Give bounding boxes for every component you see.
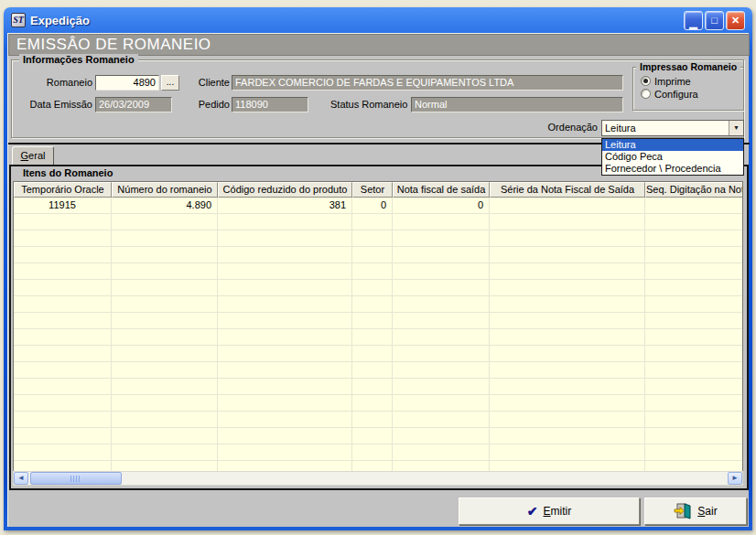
- table-row-empty[interactable]: [14, 362, 742, 379]
- table-cell: [218, 230, 352, 247]
- table-cell: [393, 263, 490, 280]
- table-cell: [352, 280, 393, 296]
- desktop: { "window": { "title": "Expedição", "ico…: [0, 0, 756, 535]
- maximize-icon: □: [711, 16, 718, 25]
- table-cell: [393, 230, 490, 247]
- radio-icon[interactable]: [641, 76, 651, 86]
- itens-grid[interactable]: Temporário OracleNúmero do romaneioCódig…: [13, 181, 743, 472]
- emitir-button[interactable]: ✔ Emitir: [459, 498, 640, 525]
- dropdown-item[interactable]: Código Peca: [602, 151, 743, 163]
- column-header[interactable]: Seq. Digitação na Nota F: [645, 182, 743, 198]
- table-row-empty[interactable]: [14, 296, 742, 313]
- table-cell: [112, 214, 218, 230]
- table-cell: [490, 263, 645, 280]
- ordenacao-combobox[interactable]: Leitura ▼: [601, 120, 744, 136]
- table-row-empty[interactable]: [14, 280, 742, 296]
- table-row-empty[interactable]: [14, 230, 742, 247]
- table-cell: [490, 412, 645, 428]
- table-cell: [112, 346, 218, 362]
- table-cell: [490, 428, 645, 444]
- table-cell: [218, 346, 352, 362]
- tab-geral[interactable]: Geral: [12, 146, 54, 165]
- romaneio-label: Romaneio: [27, 77, 92, 89]
- table-row-empty[interactable]: [14, 412, 742, 428]
- table-cell: [393, 362, 490, 379]
- dropdown-item[interactable]: Leitura: [602, 139, 743, 151]
- table-cell: [352, 329, 393, 346]
- scroll-right-icon[interactable]: ►: [728, 472, 742, 485]
- minimize-icon: ▁: [689, 18, 697, 27]
- column-header[interactable]: Temporário Oracle: [14, 182, 112, 198]
- table-row-empty[interactable]: [14, 428, 742, 444]
- table-cell: [14, 329, 112, 346]
- table-cell: [218, 362, 352, 379]
- cliente-field: FARDEX COMERCIO DE FARDAS E EQUIPAMENTOS…: [232, 75, 623, 91]
- romaneio-input[interactable]: 4890: [95, 75, 159, 91]
- table-cell: 0: [352, 198, 393, 214]
- impressao-romaneio-title: Impressao Romaneio: [636, 61, 740, 72]
- romaneio-browse-button[interactable]: ...: [161, 75, 179, 91]
- table-cell: [218, 247, 352, 263]
- table-cell: [352, 214, 393, 230]
- thumb-grip-icon: [70, 476, 81, 482]
- table-cell: [645, 263, 742, 280]
- sair-button[interactable]: Sair: [644, 498, 747, 525]
- table-row-empty[interactable]: [14, 263, 742, 280]
- close-icon: ✕: [731, 16, 740, 25]
- maximize-button[interactable]: □: [705, 11, 724, 30]
- column-header[interactable]: Série da Nota Fiscal de Saída: [490, 182, 645, 198]
- radio-option-imprime[interactable]: Imprime: [641, 75, 691, 87]
- table-cell: [393, 280, 490, 296]
- pedido-field: 118090: [232, 97, 308, 112]
- page-title: EMISSÂO DE ROMANEIO: [8, 34, 750, 56]
- dropdown-item[interactable]: Fornecedor \ Procedencia: [602, 163, 743, 175]
- ordenacao-dropdown-list[interactable]: LeituraCódigo PecaFornecedor \ Procedenc…: [601, 138, 744, 176]
- table-cell: [645, 214, 742, 230]
- table-cell: [352, 444, 393, 461]
- table-row-empty[interactable]: [14, 247, 742, 263]
- informacoes-romaneio-title: Informações Romaneio: [19, 54, 138, 65]
- column-header[interactable]: Setor: [352, 182, 393, 198]
- radio-option-configura[interactable]: Configura: [641, 88, 698, 100]
- sair-label: Sair: [697, 505, 717, 518]
- table-cell: [14, 444, 112, 461]
- titlebar[interactable]: ST Expedição ▁ □ ✕: [7, 7, 749, 33]
- table-cell: 11915: [14, 198, 112, 214]
- tab-panel-geral: Itens do Romaneio Temporário OracleNúmer…: [9, 165, 749, 490]
- column-header[interactable]: Nota fiscal de saída: [393, 182, 490, 198]
- table-cell: [645, 412, 742, 428]
- table-cell: [352, 362, 393, 379]
- table-cell: [14, 346, 112, 362]
- horizontal-scrollbar[interactable]: ◄ ►: [13, 471, 743, 486]
- table-cell: [14, 428, 112, 444]
- table-row-empty[interactable]: [14, 395, 742, 412]
- minimize-button[interactable]: ▁: [684, 11, 703, 30]
- radio-icon[interactable]: [641, 89, 651, 99]
- grid-header: Temporário OracleNúmero do romaneioCódig…: [14, 182, 742, 198]
- window-title: Expedição: [30, 14, 679, 27]
- table-row[interactable]: 119154.89038100: [14, 198, 742, 214]
- table-row-empty[interactable]: [14, 379, 742, 395]
- table-row-empty[interactable]: [14, 346, 742, 362]
- table-cell: [218, 280, 352, 296]
- ordenacao-value: Leitura: [602, 121, 729, 135]
- table-cell: [393, 379, 490, 395]
- table-row-empty[interactable]: [14, 329, 742, 346]
- chevron-down-icon[interactable]: ▼: [729, 121, 743, 135]
- scrollbar-thumb[interactable]: [30, 472, 122, 485]
- table-cell: [14, 247, 112, 263]
- close-button[interactable]: ✕: [726, 11, 745, 30]
- table-cell: [490, 214, 645, 230]
- table-cell: [112, 412, 218, 428]
- table-row-empty[interactable]: [14, 444, 742, 461]
- grid-rows: 119154.89038100: [14, 198, 742, 472]
- table-row-empty[interactable]: [14, 313, 742, 329]
- table-cell: [352, 346, 393, 362]
- app-icon[interactable]: ST: [11, 13, 26, 27]
- table-cell: [645, 313, 742, 329]
- table-cell: [112, 230, 218, 247]
- column-header[interactable]: Código reduzido do produto: [218, 182, 352, 198]
- column-header[interactable]: Número do romaneio: [112, 182, 218, 198]
- table-row-empty[interactable]: [14, 214, 742, 230]
- scroll-left-icon[interactable]: ◄: [14, 472, 28, 485]
